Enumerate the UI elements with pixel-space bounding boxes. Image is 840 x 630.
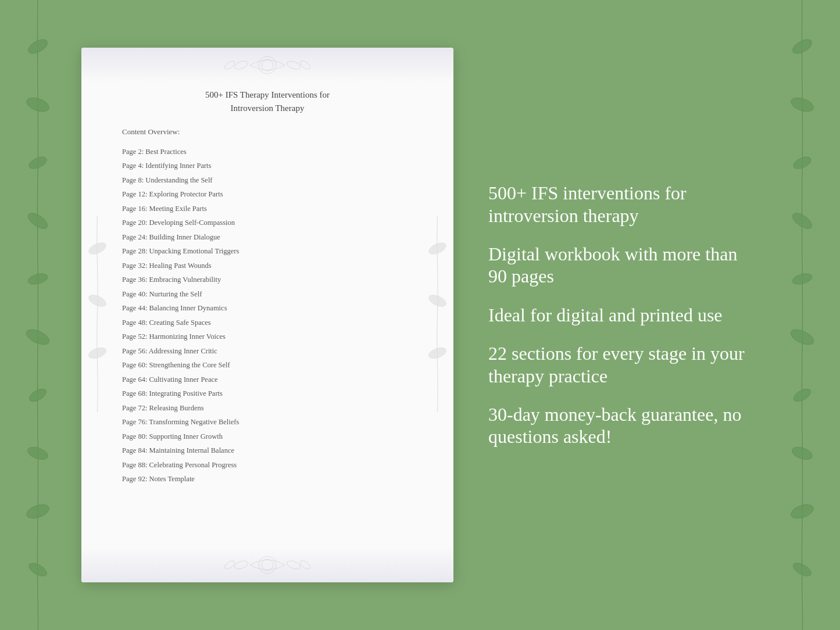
toc-list: Page 2: Best PracticesPage 4: Identifyin…: [122, 145, 413, 486]
toc-item: Page 60: Strengthening the Core Self: [122, 359, 413, 373]
toc-item: Page 24: Building Inner Dialogue: [122, 230, 413, 245]
document-panel: 500+ IFS Therapy Interventions for Intro…: [81, 48, 453, 582]
toc-item: Page 40: Nurturing the Self: [122, 287, 413, 302]
svg-point-43: [286, 59, 302, 70]
feature-item-4: 22 sections for every stage in your ther…: [488, 342, 759, 387]
toc-item: Page 64: Cultivating Inner Peace: [122, 373, 413, 387]
svg-point-44: [223, 59, 236, 71]
feature-item-3: Ideal for digital and printed use: [488, 304, 759, 326]
toc-item: Page 16: Meeting Exile Parts: [122, 202, 413, 216]
svg-point-63: [299, 559, 312, 571]
feature-item-1: 500+ IFS interventions for introversion …: [488, 182, 759, 227]
toc-item: Page 80: Supporting Inner Growth: [122, 429, 413, 444]
doc-side-decoration-right: [424, 216, 451, 414]
toc-item: Page 52: Harmonizing Inner Voices: [122, 330, 413, 345]
svg-point-40: [259, 56, 276, 74]
svg-point-60: [234, 559, 249, 570]
doc-side-decoration-left: [84, 216, 110, 414]
toc-item: Page 72: Releasing Burdens: [122, 401, 413, 416]
toc-item: Page 68: Integrating Positive Parts: [122, 387, 413, 402]
toc-item: Page 32: Healing Past Wounds: [122, 259, 413, 273]
doc-footer-decoration: [81, 547, 453, 582]
toc-item: Page 92: Notes Template: [122, 472, 413, 487]
toc-item: Page 56: Addressing Inner Critic: [122, 344, 413, 359]
svg-point-41: [262, 59, 273, 71]
feature-item-2: Digital workbook with more than 90 pages: [488, 243, 759, 288]
toc-item: Page 36: Embracing Vulnerability: [122, 273, 413, 288]
toc-item: Page 76: Transforming Negative Beliefs: [122, 416, 413, 430]
toc-item: Page 28: Unpacking Emotional Triggers: [122, 245, 413, 259]
toc-item: Page 8: Understanding the Self: [122, 173, 413, 188]
toc-item: Page 12: Exploring Protector Parts: [122, 188, 413, 202]
svg-point-45: [299, 59, 312, 71]
doc-header-decoration: [81, 48, 453, 83]
svg-point-59: [262, 559, 273, 571]
svg-point-62: [223, 559, 236, 571]
content-overview-label: Content Overview:: [122, 127, 413, 137]
svg-point-58: [259, 556, 276, 574]
toc-item: Page 4: Identifying Inner Parts: [122, 159, 413, 174]
toc-item: Page 20: Developing Self-Compassion: [122, 216, 413, 231]
toc-item: Page 84: Maintaining Internal Balance: [122, 444, 413, 459]
feature-item-5: 30-day money-back guarantee, no question…: [488, 403, 759, 448]
toc-item: Page 88: Celebrating Personal Progress: [122, 458, 413, 472]
doc-content: 500+ IFS Therapy Interventions for Intro…: [81, 83, 453, 547]
features-panel: 500+ IFS interventions for introversion …: [477, 182, 759, 448]
svg-point-61: [286, 559, 302, 570]
toc-item: Page 44: Balancing Inner Dynamics: [122, 302, 413, 316]
toc-item: Page 48: Creating Safe Spaces: [122, 316, 413, 330]
main-layout: 500+ IFS Therapy Interventions for Intro…: [0, 0, 840, 630]
svg-point-42: [234, 59, 249, 70]
toc-item: Page 2: Best Practices: [122, 145, 413, 159]
doc-title: 500+ IFS Therapy Interventions for Intro…: [122, 88, 413, 114]
